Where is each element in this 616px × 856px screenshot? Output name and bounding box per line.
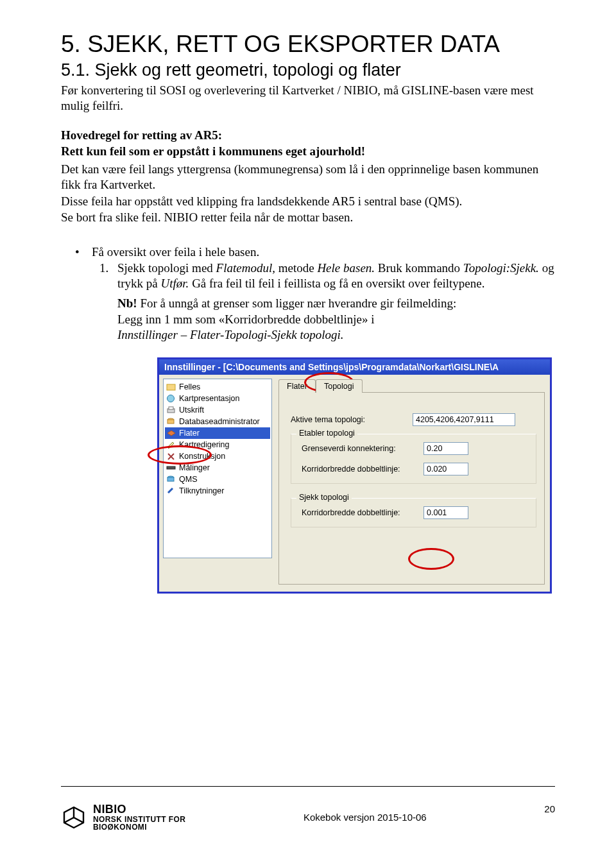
label-korridor-1: Korridorbredde dobbeltlinje: bbox=[302, 465, 424, 474]
t: Sjekk topologi med bbox=[117, 261, 216, 275]
rule-paragraph-2: Disse feila har oppstått ved klipping fr… bbox=[61, 194, 555, 209]
database-icon bbox=[166, 417, 176, 426]
label-aktive-tema: Aktive tema topologi: bbox=[291, 415, 413, 424]
footer-logo: NIBIO NORSK INSTITUTT FOR BIOØKONOMI bbox=[61, 803, 185, 832]
svg-rect-5 bbox=[167, 420, 174, 424]
tree-label: Målinger bbox=[179, 463, 210, 472]
footer: NIBIO NORSK INSTITUTT FOR BIOØKONOMI Kok… bbox=[61, 803, 555, 832]
tree-item-flater[interactable]: Flater bbox=[165, 427, 270, 439]
heading-1: 5. SJEKK, RETT OG EKSPORTER DATA bbox=[61, 31, 555, 58]
t: Hele basen. bbox=[317, 261, 377, 275]
globe-icon bbox=[166, 394, 176, 403]
tree-item-malinger[interactable]: Målinger bbox=[165, 462, 270, 474]
tree-label: Felles bbox=[179, 382, 200, 391]
edit-icon bbox=[166, 440, 176, 449]
t: Utfør. bbox=[161, 277, 189, 290]
svg-marker-6 bbox=[167, 431, 175, 436]
ruler-icon bbox=[166, 463, 176, 472]
tree-label: Konstruksjon bbox=[179, 452, 225, 461]
label-grenseverdi: Grenseverdi konnektering: bbox=[302, 444, 424, 453]
tab-flater[interactable]: Flater bbox=[278, 379, 316, 393]
tools-icon bbox=[166, 452, 176, 461]
t: metode bbox=[275, 261, 317, 275]
note-nb: Nb! bbox=[117, 296, 137, 310]
embedded-screenshot: Innstillinger - [C:\Documents and Settin… bbox=[157, 357, 552, 594]
svg-rect-9 bbox=[167, 477, 174, 481]
heading-2: 5.1. Sjekk og rett geometri, topologi og… bbox=[61, 60, 555, 80]
input-aktive-tema[interactable] bbox=[413, 413, 515, 426]
note-line2: Legg inn 1 mm som «Korridorbredde dobbel… bbox=[117, 312, 375, 326]
tree-item-konstruksjon[interactable]: Konstruksjon bbox=[165, 450, 270, 462]
tab-panel-topologi: Aktive tema topologi: Etabler topologi G… bbox=[278, 392, 545, 585]
nibio-logo-icon bbox=[61, 805, 87, 830]
tree-item-felles[interactable]: Felles bbox=[165, 381, 270, 393]
input-grenseverdi[interactable] bbox=[424, 442, 468, 455]
t: Gå fra feil til feil i feillista og få e… bbox=[189, 277, 484, 290]
tree-item-kartredigering[interactable]: Kartredigering bbox=[165, 439, 270, 450]
tree-item-tilknytninger[interactable]: Tilknytninger bbox=[165, 485, 270, 497]
svg-rect-3 bbox=[169, 407, 173, 409]
link-icon bbox=[166, 486, 176, 495]
tree-label: Databaseadministrator bbox=[179, 417, 260, 426]
database-icon bbox=[166, 475, 176, 484]
t: Flatemodul, bbox=[216, 261, 275, 275]
bullet-overview-text: Få oversikt over feila i hele basen. bbox=[92, 245, 259, 259]
note-block: Nb! For å unngå at grenser som ligger næ… bbox=[117, 296, 555, 343]
input-korridor-1[interactable] bbox=[424, 463, 468, 475]
settings-tree[interactable]: Felles Kartpresentasjon Utskrift Databas… bbox=[163, 379, 272, 558]
tree-label: QMS bbox=[179, 475, 197, 484]
rule-block: Hovedregel for retting av AR5: Rett kun … bbox=[61, 128, 555, 226]
t: Bruk kommando bbox=[378, 261, 463, 275]
svg-rect-7 bbox=[167, 467, 175, 469]
step-1: Sjekk topologi med Flatemodul, metode He… bbox=[117, 261, 555, 343]
label-korridor-2: Korridorbredde dobbeltlinje: bbox=[302, 508, 424, 517]
tree-item-kartpresentasjon[interactable]: Kartpresentasjon bbox=[165, 393, 270, 404]
tree-label: Kartredigering bbox=[179, 440, 230, 449]
footer-sub2: BIOØKONOMI bbox=[93, 823, 185, 832]
tree-item-databaseadmin[interactable]: Databaseadministrator bbox=[165, 416, 270, 427]
rule-paragraph-1: Det kan være feil langs yttergrensa (kom… bbox=[61, 162, 555, 193]
tree-item-qms[interactable]: QMS bbox=[165, 474, 270, 485]
svg-point-1 bbox=[167, 395, 175, 402]
tree-item-utskrift[interactable]: Utskrift bbox=[165, 404, 270, 416]
bullet-overview: Få oversikt over feila i hele basen. Sje… bbox=[92, 244, 555, 343]
tree-label: Utskrift bbox=[179, 406, 204, 415]
layers-icon bbox=[166, 429, 176, 438]
svg-rect-0 bbox=[167, 384, 175, 390]
group-etabler-topologi: Etabler topologi Grenseverdi konnekterin… bbox=[291, 434, 536, 484]
legend-sjekk: Sjekk topologi bbox=[296, 493, 352, 502]
t: Topologi:Sjekk. bbox=[463, 261, 539, 275]
footer-center: Kokebok versjon 2015-10-06 bbox=[304, 812, 427, 823]
tree-label: Tilknytninger bbox=[179, 486, 224, 495]
footer-rule bbox=[61, 786, 555, 787]
input-korridor-2[interactable] bbox=[424, 506, 468, 519]
page-number: 20 bbox=[544, 803, 555, 814]
legend-etabler: Etabler topologi bbox=[296, 429, 357, 438]
folder-icon bbox=[166, 382, 176, 391]
tree-label: Kartpresentasjon bbox=[179, 394, 240, 403]
group-sjekk-topologi: Sjekk topologi Korridorbredde dobbeltlin… bbox=[291, 498, 536, 527]
intro-paragraph: Før konvertering til SOSI og overleverin… bbox=[61, 83, 555, 114]
footer-brand: NIBIO bbox=[93, 803, 185, 816]
tab-topologi[interactable]: Topologi bbox=[316, 379, 363, 393]
rule-heading-1: Hovedregel for retting av AR5: bbox=[61, 128, 555, 143]
dialog-title-bar: Innstillinger - [C:\Documents and Settin… bbox=[159, 359, 550, 375]
note-line3: Innstillinger – Flater-Topologi-Sjekk to… bbox=[117, 328, 344, 341]
note-text: For å unngå at grenser som ligger nær hv… bbox=[137, 296, 457, 310]
rule-heading-2: Rett kun feil som er oppstått i kommunen… bbox=[61, 144, 555, 159]
printer-icon bbox=[166, 406, 176, 415]
rule-paragraph-3: Se bort fra slike feil. NIBIO retter fei… bbox=[61, 210, 555, 225]
tree-label: Flater bbox=[179, 429, 200, 438]
